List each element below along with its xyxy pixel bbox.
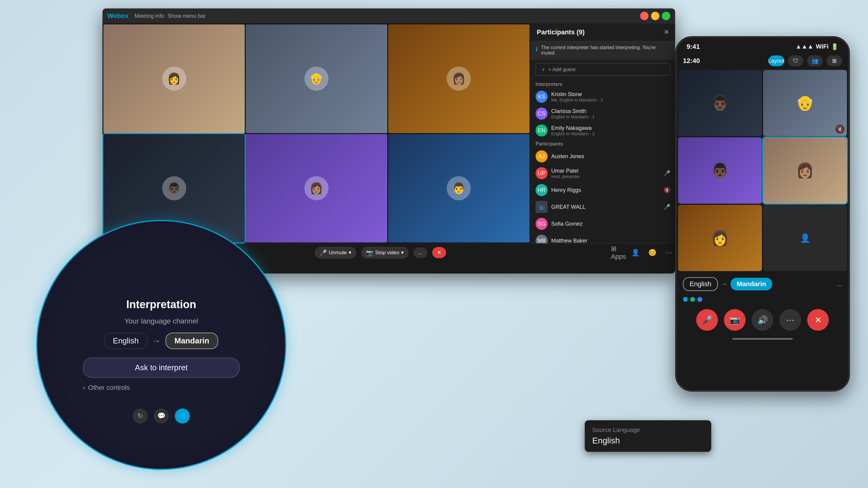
stop-video-label: Stop video bbox=[375, 250, 399, 256]
add-icon: ＋ bbox=[541, 66, 546, 73]
phone-end-call-btn[interactable]: ✕ bbox=[807, 309, 829, 331]
participant-info-3: GREAT WALL bbox=[551, 204, 660, 210]
participant-icons-3: 🎤 bbox=[664, 204, 670, 210]
popup-sync-icon[interactable]: ↻ bbox=[133, 409, 148, 424]
layout-button[interactable]: Layout bbox=[769, 56, 784, 66]
phone-lang-more-btn[interactable]: ... bbox=[837, 280, 842, 288]
add-guest-button[interactable]: ＋ + Add guest bbox=[535, 63, 670, 76]
interpreter-item-2[interactable]: EN Emily Nakagawa English to Mandarin - … bbox=[531, 122, 675, 139]
video-cell-5: 👩🏽 bbox=[246, 134, 387, 243]
phone-bottom-controls: 🎤 📷 🔊 ⋯ ✕ bbox=[677, 304, 848, 335]
participant-avatar-0: AJ bbox=[535, 150, 548, 162]
participant-icons-1: 🎤 bbox=[664, 170, 670, 176]
phone-mic-icon: 🎤 bbox=[702, 315, 712, 325]
indicator-dot-3 bbox=[698, 297, 702, 302]
indicator-dot-1 bbox=[683, 297, 688, 302]
video-cell-3: 👩🏽 bbox=[388, 24, 530, 133]
chevron-right-icon: › bbox=[83, 384, 85, 392]
phone-video-btn[interactable]: 📷 bbox=[724, 309, 746, 331]
video-chevron: ▾ bbox=[401, 250, 404, 256]
phone-volume-btn[interactable]: 🔊 bbox=[752, 309, 773, 331]
participant-info-1: Umar Patel Host, presenter bbox=[551, 168, 660, 179]
meeting-info-link[interactable]: Meeting info bbox=[135, 13, 164, 19]
overflow-toolbar-btn[interactable]: ⋯ bbox=[663, 247, 675, 259]
window-maximize-btn[interactable] bbox=[662, 12, 670, 20]
phone-video-cell-1: 👨🏿 bbox=[678, 70, 762, 136]
video-grid: 👩 👴 👩🏽 👨🏿 Darren Owens bbox=[102, 24, 530, 243]
end-call-button[interactable]: ✕ bbox=[432, 247, 446, 258]
phone-video-grid: 👨🏿 👴 🔇 👨🏿 👩🏽 ✓ Ask to Interpret 👤 Source… bbox=[677, 69, 848, 273]
show-menu-bar[interactable]: Show menu bar bbox=[168, 13, 206, 19]
person-shape-6: 👨 bbox=[447, 176, 471, 200]
interpreter-item-1[interactable]: CS Clarissa Smith English to Mandarin - … bbox=[531, 105, 675, 122]
apps-toolbar-btn[interactable]: ⊞ Apps bbox=[613, 247, 624, 259]
person-shape-5: 👩🏽 bbox=[304, 176, 329, 200]
phone-home-bar bbox=[733, 338, 793, 340]
participant-item-0[interactable]: AJ Austen Jones bbox=[531, 148, 675, 165]
unmute-chevron: ▾ bbox=[349, 250, 351, 256]
avatar-2: 👴 bbox=[246, 24, 387, 133]
interpreter-avatar-1: CS bbox=[535, 107, 548, 120]
participant-info-0: Austen Jones bbox=[551, 153, 670, 160]
phone-mic-off-2: 🔇 bbox=[835, 125, 844, 134]
participant-item-4[interactable]: SG Sofia Gomez bbox=[531, 216, 675, 232]
source-language-tooltip: Source Language English bbox=[585, 420, 711, 452]
interpreter-info-0: Kristin Stone Me, English to Mandarin - … bbox=[551, 91, 670, 102]
more-options-button[interactable]: ... bbox=[413, 247, 427, 258]
phone-frame: 9:41 ▲▲▲ WiFi 🔋 12:40 Layout 🛡 👥 ⊞ 👨🏿 👴 … bbox=[675, 36, 850, 392]
participants-panel: Participants (9) ✕ ℹ The current interpr… bbox=[530, 24, 675, 243]
popup-chat-icon[interactable]: 💬 bbox=[154, 409, 169, 424]
ask-to-interpret-button[interactable]: Ask to interpret bbox=[83, 358, 240, 378]
participant-avatar-4: SG bbox=[535, 218, 548, 230]
participant-name-0: Austen Jones bbox=[551, 153, 670, 160]
participant-item-2[interactable]: HR Henry Riggs 🔇 bbox=[531, 182, 675, 198]
reactions-toolbar-btn[interactable]: 😊 bbox=[646, 247, 658, 259]
participant-avatar-2: HR bbox=[535, 184, 548, 196]
source-lang-tooltip-label: Source Language bbox=[592, 427, 704, 433]
unmute-button[interactable]: 🎤 Unmute ▾ bbox=[315, 247, 356, 259]
participant-avatar-3: 📺 bbox=[535, 201, 548, 213]
phone-more-icon: ⋯ bbox=[786, 315, 795, 325]
other-controls-link[interactable]: › Other controls bbox=[83, 384, 240, 392]
phone-nav-bar: 12:40 Layout 🛡 👥 ⊞ bbox=[677, 53, 848, 69]
participant-name-1: Umar Patel bbox=[551, 168, 660, 174]
phone-video-cell-3: 👨🏿 bbox=[678, 137, 762, 204]
interpretation-popup: Interpretation Your language channel Eng… bbox=[36, 220, 286, 470]
participants-toolbar-btn[interactable]: 👤 bbox=[629, 247, 641, 259]
panel-close-btn[interactable]: ✕ bbox=[664, 28, 669, 36]
popup-globe-icon[interactable]: 🌐 bbox=[175, 409, 190, 424]
participant-item-5[interactable]: MB Matthew Baker bbox=[531, 232, 675, 243]
target-language-tag[interactable]: Mandarin bbox=[165, 332, 218, 349]
mic-icon-3: 🎤 bbox=[664, 204, 670, 210]
interpretation-subtitle: Your language channel bbox=[83, 317, 240, 325]
phone-source-lang[interactable]: English bbox=[683, 277, 718, 291]
stop-video-button[interactable]: 📷 Stop video ▾ bbox=[361, 247, 409, 259]
interpreter-role-1: English to Mandarin - 1 bbox=[551, 115, 670, 119]
phone-camera-icon: 📷 bbox=[730, 315, 740, 325]
phone-mute-btn[interactable]: 🎤 bbox=[696, 309, 718, 331]
app-brand: Webex bbox=[107, 12, 129, 20]
interpreter-item-0[interactable]: KS Kristin Stone Me, English to Mandarin… bbox=[531, 88, 675, 105]
shield-icon-btn[interactable]: 🛡 bbox=[788, 56, 804, 66]
add-guest-label: + Add guest bbox=[548, 67, 575, 73]
people-icon-btn[interactable]: 👥 bbox=[807, 56, 823, 66]
grid-icon-btn[interactable]: ⊞ bbox=[827, 56, 842, 66]
window-close-btn[interactable] bbox=[640, 12, 649, 20]
window-minimize-btn[interactable] bbox=[651, 12, 659, 20]
phone-more-btn[interactable]: ⋯ bbox=[779, 309, 801, 331]
source-language-tag[interactable]: English bbox=[104, 333, 147, 349]
other-controls-label: Other controls bbox=[88, 384, 130, 392]
person-shape-3: 👩🏽 bbox=[447, 67, 471, 91]
interpreter-avatar-0: KS bbox=[535, 91, 548, 103]
phone-status-icons: ▲▲▲ WiFi 🔋 bbox=[796, 43, 838, 50]
participant-info-5: Matthew Baker bbox=[551, 238, 670, 244]
popup-bottom-icons: ↻ 💬 🌐 bbox=[133, 409, 190, 424]
participant-item-1[interactable]: UP Umar Patel Host, presenter 🎤 bbox=[531, 165, 675, 182]
participant-item-3[interactable]: 📺 GREAT WALL 🎤 bbox=[531, 198, 675, 216]
phone-avatar-1: 👨🏿 bbox=[678, 70, 762, 136]
battery-icon: 🔋 bbox=[831, 43, 838, 50]
participants-section-label: Participants bbox=[531, 139, 675, 148]
end-call-icon: ✕ bbox=[437, 250, 441, 256]
phone-target-lang[interactable]: Mandarin bbox=[731, 278, 772, 290]
notification-bar: ℹ The current interpreter has started in… bbox=[531, 41, 675, 60]
